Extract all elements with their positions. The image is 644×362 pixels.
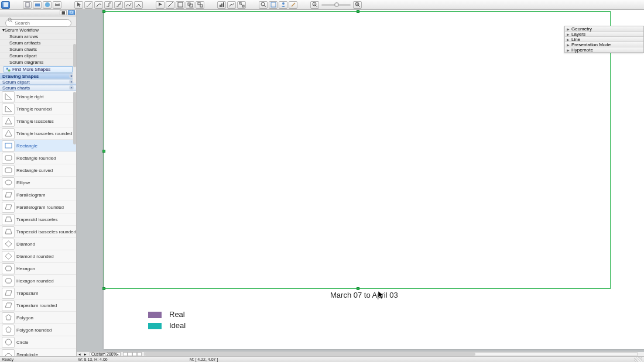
- shape-item-tri-right[interactable]: Triangle right: [0, 91, 76, 103]
- shape-swatch: [2, 288, 15, 299]
- inspector-hypernote[interactable]: ▶Hypernote: [565, 47, 643, 53]
- shape-item-para[interactable]: Parallelogram: [0, 189, 76, 201]
- connector-icon[interactable]: [104, 1, 113, 9]
- chart-bar-icon[interactable]: [217, 1, 226, 9]
- find-more-shapes-button[interactable]: Find More Shapes: [4, 66, 73, 73]
- status-mouse: M: [ 4.22, 4.07 ]: [190, 357, 218, 361]
- connector-angle-icon[interactable]: [134, 1, 143, 9]
- resize-handle-s[interactable]: [357, 287, 359, 290]
- shape-label: Diamond: [16, 242, 35, 247]
- stencil-panel: ▦ ▾ Scrum Workflow Scrum arrows Scrum ar…: [0, 10, 77, 356]
- search-input[interactable]: [5, 19, 71, 27]
- resize-handle-sw[interactable]: [102, 287, 105, 290]
- hscroll-thumb[interactable]: [145, 353, 475, 356]
- user-icon[interactable]: [279, 1, 287, 9]
- shape-scrollbar[interactable]: [73, 91, 76, 356]
- export-icon[interactable]: [33, 1, 42, 9]
- shape-item-trap-iso[interactable]: Trapezoid isosceles: [0, 213, 76, 226]
- svg-point-23: [282, 2, 285, 5]
- connector-free-icon[interactable]: [124, 1, 133, 9]
- legend-label-ideal: Ideal: [169, 321, 186, 330]
- shape-item-tri-round[interactable]: Triangle rounded: [0, 103, 76, 115]
- shape-label: Trapezoid isosceles: [16, 217, 57, 222]
- shape-item-poly[interactable]: Polygon: [0, 312, 76, 324]
- close-icon[interactable]: ×: [69, 85, 74, 90]
- shape-item-rect-curve[interactable]: Rectangle curved: [0, 164, 76, 177]
- group-icon[interactable]: [196, 1, 204, 9]
- shape-item-hex[interactable]: Hexagon: [0, 263, 76, 275]
- line-icon[interactable]: [84, 1, 93, 9]
- tree-item[interactable]: Scrum artifacts: [0, 40, 76, 46]
- shape-item-trap-round[interactable]: Trapezium rounded: [0, 299, 76, 312]
- page-tab[interactable]: [123, 352, 128, 356]
- shape-item-hex-round[interactable]: Hexagon rounded: [0, 275, 76, 287]
- zoom-in2-icon[interactable]: [353, 1, 362, 9]
- shape-item-poly-round[interactable]: Polygon rounded: [0, 324, 76, 336]
- svg-line-31: [358, 5, 360, 7]
- resize-grip-icon[interactable]: [634, 357, 642, 362]
- shape-label: Rectangle rounded: [16, 156, 56, 161]
- print-icon[interactable]: [53, 1, 61, 9]
- pointer2-icon[interactable]: [156, 1, 165, 9]
- fit-icon[interactable]: [269, 1, 278, 9]
- shape-item-rect-round[interactable]: Rectangle rounded: [0, 152, 76, 164]
- connector-step-icon[interactable]: [114, 1, 123, 9]
- shape-item-tri-iso[interactable]: Triangle isosceles: [0, 115, 76, 127]
- zoom-select[interactable]: Custom 280% ▾: [90, 352, 121, 356]
- app-menu-button[interactable]: [1, 1, 10, 9]
- svg-rect-15: [221, 4, 222, 7]
- svg-rect-18: [242, 5, 244, 7]
- shape-swatch: [2, 337, 15, 348]
- tree-item[interactable]: Scrum diagrams: [0, 59, 76, 65]
- resize-handle-n[interactable]: [357, 10, 359, 13]
- accordion-scrum-clipart[interactable]: Scrum clipart×: [0, 79, 76, 85]
- shape-item-trap[interactable]: Trapezium: [0, 287, 76, 299]
- shape-item-circle[interactable]: Circle: [0, 336, 76, 349]
- shape-item-diamond[interactable]: Diamond: [0, 238, 76, 250]
- canvas-area: March 07 to April 03 Real Ideal: [77, 10, 644, 352]
- shape-item-ellipse[interactable]: Ellipse: [0, 177, 76, 189]
- zoom-slider[interactable]: [321, 4, 351, 6]
- accordion-scrum-charts[interactable]: Scrum charts×: [0, 85, 76, 91]
- shape-item-semi[interactable]: Semicircle: [0, 349, 76, 356]
- tree-scrollbar[interactable]: [73, 44, 76, 82]
- selection-rectangle[interactable]: [104, 11, 611, 289]
- shape-item-trap-iso-round[interactable]: Trapezoid isosceles rounded: [0, 226, 76, 238]
- chart-date-range: March 07 to April 03: [330, 291, 398, 299]
- tree-item[interactable]: Scrum arrows: [0, 33, 76, 40]
- shape-item-diamond-round[interactable]: Diamond rounded: [0, 250, 76, 263]
- shape-label: Hexagon: [16, 266, 35, 271]
- accordion-drawing-shapes[interactable]: Drawing Shapes×: [0, 73, 76, 79]
- shape-label: Polygon: [16, 315, 33, 320]
- shape-icon[interactable]: [186, 1, 194, 9]
- drawing-canvas[interactable]: March 07 to April 03 Real Ideal: [104, 10, 644, 349]
- shape-item-tri-iso-round[interactable]: Triangle isosceles rounded: [0, 127, 76, 140]
- tree-item[interactable]: Scrum charts: [0, 46, 76, 53]
- doc-icon[interactable]: [23, 1, 32, 9]
- web-icon[interactable]: [43, 1, 52, 9]
- shape-item-para-round[interactable]: Parallelogram rounded: [0, 201, 76, 213]
- shape-swatch: [2, 275, 15, 287]
- tree-item[interactable]: Scrum clipart: [0, 53, 76, 59]
- resize-handle-w[interactable]: [102, 150, 105, 153]
- tree-root[interactable]: ▾ Scrum Workflow: [0, 27, 76, 33]
- stencil-tab-search[interactable]: [68, 10, 75, 15]
- text-icon[interactable]: [176, 1, 184, 9]
- zoom-out2-icon[interactable]: [310, 1, 319, 9]
- page-tab[interactable]: [137, 352, 142, 356]
- wand-icon[interactable]: [289, 1, 297, 9]
- chart-area-icon[interactable]: [237, 1, 246, 9]
- stencil-tab-grid[interactable]: ▦: [60, 10, 67, 15]
- page-tab[interactable]: [132, 352, 137, 356]
- page-tab[interactable]: [128, 352, 132, 356]
- line2-icon[interactable]: [166, 1, 174, 9]
- shape-label: Parallelogram: [16, 192, 45, 198]
- chart-line-icon[interactable]: [227, 1, 236, 9]
- svg-rect-12: [198, 2, 200, 5]
- hscroll-track[interactable]: [144, 352, 638, 356]
- zoom-in-icon[interactable]: [259, 1, 268, 9]
- shape-item-rect[interactable]: Rectangle: [0, 140, 76, 152]
- pointer-icon[interactable]: [74, 1, 83, 9]
- arc-icon[interactable]: [94, 1, 103, 9]
- resize-handle-nw[interactable]: [102, 10, 105, 13]
